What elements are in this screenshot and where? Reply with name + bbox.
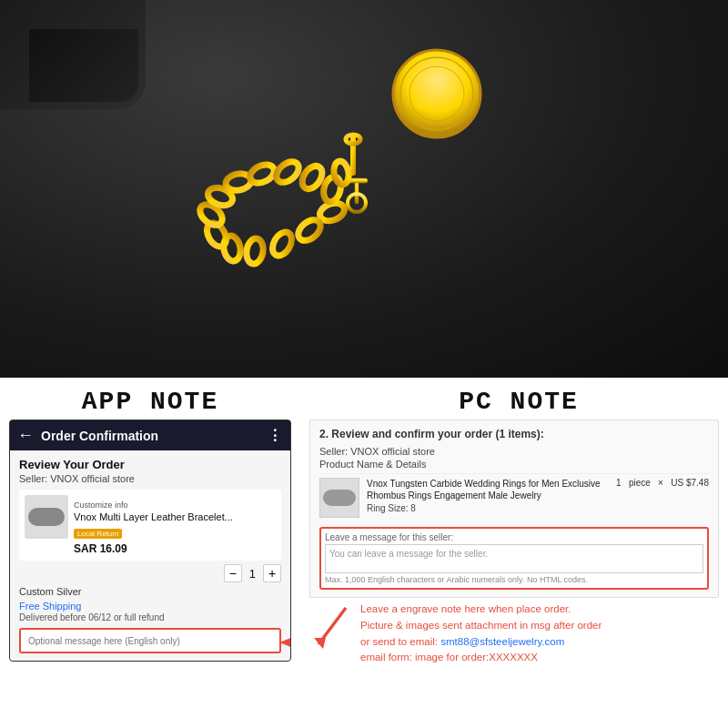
back-icon[interactable]: ← — [17, 426, 34, 445]
pc-message-hint: Max. 1,000 English characters or Arabic … — [325, 575, 703, 584]
svg-point-16 — [272, 157, 302, 187]
info-section: APP NOTE ← Order Confirmation ⋮ Review Y… — [0, 378, 728, 728]
red-arrow-pc — [309, 603, 355, 657]
red-arrow-indicator — [279, 635, 291, 653]
app-note-title: APP NOTE — [0, 382, 300, 420]
svg-rect-20 — [350, 135, 356, 176]
pc-instructions-area: Leave a engrave note here when place ord… — [309, 602, 728, 666]
free-shipping-label: Free Shipping — [19, 601, 281, 612]
quantity-row: − 1 + — [19, 564, 281, 582]
svg-point-0 — [393, 50, 480, 137]
delivery-info: Delivered before 06/12 or full refund — [19, 612, 281, 622]
customize-label: Customize info — [74, 500, 128, 510]
pc-review-header: 2. Review and confirm your order (1 item… — [319, 428, 709, 440]
pc-message-box: Leave a message for this seller: You can… — [319, 527, 709, 590]
wallet-corner — [0, 0, 146, 109]
customize-badge: Customize info — [74, 500, 128, 510]
quantity-increase-button[interactable]: + — [263, 564, 281, 582]
product-price: SAR 16.09 — [74, 542, 276, 555]
app-note-area: APP NOTE ← Order Confirmation ⋮ Review Y… — [0, 378, 300, 728]
svg-point-7 — [294, 216, 324, 245]
phone-header: ← Order Confirmation ⋮ — [10, 420, 290, 450]
phone-review-title: Review Your Order — [19, 458, 281, 471]
instruction-line1: Leave a engrave note here when place ord… — [360, 603, 571, 614]
pc-qty-price: 1 piece × US $7.48 — [616, 478, 709, 488]
pc-message-label: Leave a message for this seller: — [325, 532, 703, 542]
svg-point-18 — [321, 175, 344, 204]
jewelry-photo — [0, 0, 728, 378]
quantity-decrease-button[interactable]: − — [224, 564, 242, 582]
product-name: Vnox Multi Layer Leather Bracelet... — [74, 511, 276, 523]
pc-product-details: Vnox Tungsten Carbide Wedding Rings for … — [359, 478, 616, 513]
instruction-line3: or send to email: smt88@sfsteeljewelry.c… — [360, 636, 564, 647]
pc-note-area: PC NOTE 2. Review and confirm your order… — [300, 378, 728, 728]
message-input-container — [19, 628, 281, 653]
pc-product-name: Vnox Tungsten Carbide Wedding Rings for … — [367, 478, 609, 501]
pc-message-input[interactable]: You can leave a message for the seller. — [325, 544, 703, 573]
phone-body: Review Your Order Seller: VNOX official … — [10, 450, 290, 661]
pc-product-thumbnail — [323, 490, 356, 506]
phone-product-info: Customize info Vnox Multi Layer Leather … — [68, 495, 276, 555]
svg-point-19 — [332, 159, 350, 185]
instruction-line4: email form: image for order:XXXXXXX — [360, 652, 538, 662]
engrave-instructions: Leave a engrave note here when place ord… — [360, 602, 602, 666]
svg-marker-24 — [314, 638, 326, 649]
pc-ring-size: Ring Size: 8 — [367, 503, 609, 513]
instruction-line2: Picture & images sent attachment in msg … — [360, 620, 602, 631]
pc-seller: Seller: VNOX official store — [319, 446, 709, 457]
svg-point-8 — [268, 228, 296, 258]
local-return-badge: Local Return — [74, 529, 122, 539]
svg-marker-22 — [279, 635, 291, 650]
phone-product-image — [25, 495, 68, 539]
pc-screen: 2. Review and confirm your order (1 item… — [309, 420, 719, 598]
phone-message-input[interactable] — [19, 628, 281, 653]
pc-quantity: 1 piece × US $7.48 — [616, 478, 709, 488]
pc-message-placeholder: You can leave a message for the seller. — [329, 549, 488, 559]
custom-color-label: Custom Silver — [19, 586, 281, 597]
pc-product-label: Product Name & Details — [319, 459, 709, 470]
quantity-value: 1 — [249, 567, 256, 581]
phone-seller: Seller: VNOX official store — [19, 473, 281, 484]
svg-point-9 — [245, 237, 266, 265]
email-link[interactable]: smt88@sfsteeljewelry.com — [440, 636, 564, 647]
phone-product-row: Customize info Vnox Multi Layer Leather … — [19, 490, 281, 561]
bracelet-container — [191, 44, 537, 335]
phone-header-title: Order Confirmation — [41, 429, 268, 443]
pc-product-image — [319, 478, 359, 518]
more-options-icon[interactable]: ⋮ — [268, 427, 283, 444]
pc-note-title: PC NOTE — [309, 382, 728, 420]
phone-mockup: ← Order Confirmation ⋮ Review Your Order… — [9, 420, 291, 662]
svg-point-15 — [248, 160, 278, 186]
pc-product-row: Vnox Tungsten Carbide Wedding Rings for … — [319, 473, 709, 521]
product-thumbnail — [28, 508, 65, 526]
